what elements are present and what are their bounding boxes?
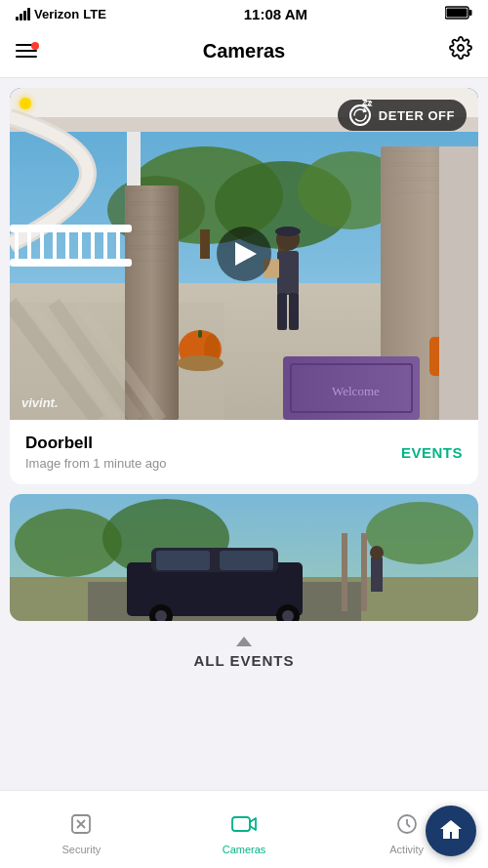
menu-button[interactable] [16,44,37,58]
settings-button[interactable] [449,36,472,65]
camera-card-second [10,494,478,621]
camera-timestamp-doorbell: Image from 1 minute ago [25,456,167,471]
carrier-info: Verizon LTE [16,7,106,21]
svg-rect-32 [53,225,57,267]
deter-label: DETER OFF [379,108,455,123]
deter-icon: Zz [349,104,371,126]
svg-rect-78 [232,817,250,831]
status-time: 11:08 AM [244,6,307,22]
svg-point-3 [458,45,464,51]
cameras-icon [231,812,257,840]
deter-button[interactable]: Zz DETER OFF [338,100,467,131]
brand-watermark: vivint. [21,395,59,410]
signal-strength [16,8,30,21]
notification-badge [31,42,39,50]
main-content: Welcome Zz DETER OFF [0,88,488,759]
camera-feed-second[interactable] [10,494,478,621]
svg-rect-37 [116,225,120,267]
play-icon [235,242,257,266]
all-events-label: ALL EVENTS [193,652,294,669]
all-events-bar[interactable]: ALL EVENTS [0,621,488,681]
events-button-doorbell[interactable]: EVENTS [401,444,463,461]
svg-rect-74 [361,533,367,611]
nav-label-activity: Activity [389,844,424,855]
battery-indicator [445,6,472,22]
activity-icon [395,812,419,840]
bottom-nav: Security Cameras Activity [0,790,488,868]
svg-text:Welcome: Welcome [332,384,380,398]
cameras-svg [231,812,257,836]
svg-rect-71 [371,558,383,592]
svg-rect-44 [277,251,299,295]
camera-card-doorbell: Welcome Zz DETER OFF [10,88,478,484]
network-type: LTE [83,7,106,21]
nav-label-security: Security [61,844,101,855]
nav-label-cameras: Cameras [223,844,266,855]
gear-icon [449,36,472,60]
svg-rect-50 [198,330,202,338]
nav-item-cameras[interactable]: Cameras [163,805,326,855]
security-icon [69,812,93,840]
svg-point-43 [275,227,301,236]
svg-rect-45 [277,293,287,330]
svg-point-72 [370,546,384,559]
svg-rect-29 [15,225,19,267]
svg-rect-36 [103,225,107,267]
activity-svg [395,812,419,836]
svg-rect-31 [40,225,44,267]
light-indicator [20,98,31,109]
svg-rect-56 [439,146,478,420]
svg-rect-30 [27,225,31,267]
home-icon [437,817,465,845]
vivint-home-button[interactable] [426,806,476,856]
chevron-up-icon [236,637,252,646]
header: Cameras [0,26,488,78]
second-camera-scene [10,494,478,621]
svg-rect-35 [91,225,95,267]
battery-icon [445,6,472,20]
page-title: Cameras [203,40,286,62]
camera-details: Doorbell Image from 1 minute ago [25,434,167,471]
svg-rect-2 [447,9,468,18]
svg-rect-9 [200,229,210,259]
carrier-name: Verizon [34,7,79,21]
camera-info-doorbell: Doorbell Image from 1 minute ago EVENTS [10,420,478,484]
svg-rect-73 [342,533,347,611]
camera-name-doorbell: Doorbell [25,434,167,453]
play-button[interactable] [217,227,271,281]
camera-feed-doorbell[interactable]: Welcome Zz DETER OFF [10,88,478,420]
refresh-icon [352,107,368,123]
svg-rect-34 [78,225,82,267]
svg-rect-46 [289,293,299,330]
svg-rect-33 [65,225,69,267]
svg-rect-65 [156,551,210,570]
status-bar: Verizon LTE 11:08 AM [0,0,488,26]
svg-rect-66 [220,551,273,570]
nav-item-security[interactable]: Security [0,805,163,855]
security-svg [69,812,93,836]
svg-rect-1 [469,10,472,16]
svg-point-51 [177,355,224,371]
